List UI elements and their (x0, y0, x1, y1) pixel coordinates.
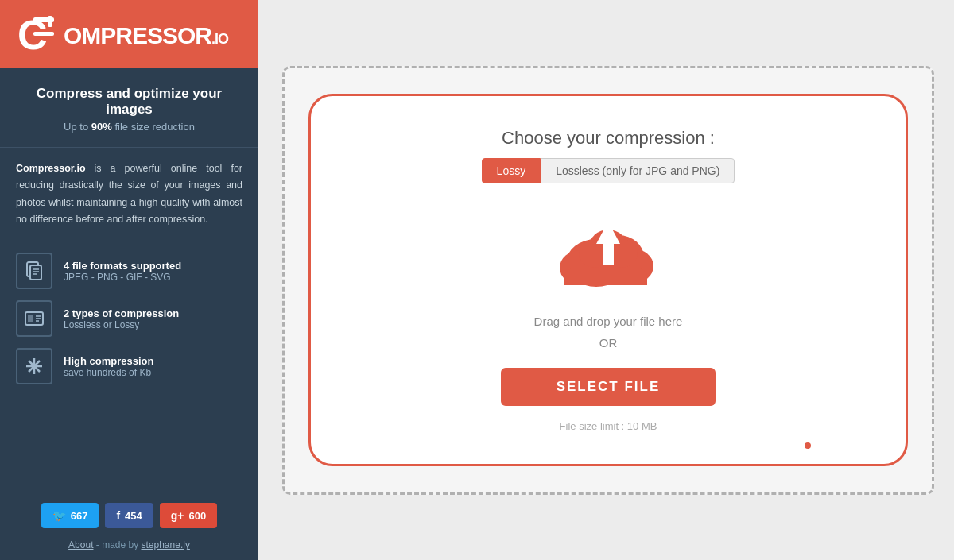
googleplus-count: 600 (189, 510, 207, 522)
tagline-main: Compress and optimize your images (16, 86, 242, 118)
red-dot (805, 442, 811, 449)
twitter-count: 667 (71, 510, 88, 522)
drag-drop-text: Drag and drop your file here OR (534, 311, 683, 353)
features-area: 4 file formats supported JPEG - PNG - GI… (0, 241, 258, 396)
facebook-icon: f (116, 509, 120, 522)
feature-text-compression: 2 types of compression Lossless or Lossy (64, 307, 179, 330)
sidebar: C OMPRESSOR.io Compress and optimize you… (0, 0, 258, 560)
compression-types-icon (16, 300, 52, 337)
svg-rect-10 (28, 315, 33, 322)
drop-zone-outer[interactable]: Choose your compression : Lossy Lossless… (282, 66, 934, 495)
logo-area: C OMPRESSOR.io (0, 0, 258, 68)
author-link[interactable]: stephane.ly (142, 539, 190, 550)
logo-text: OMPRESSOR.io (64, 22, 228, 49)
svg-rect-23 (564, 268, 647, 285)
feature-item-compression-types: 2 types of compression Lossless or Lossy (16, 300, 242, 337)
googleplus-button[interactable]: g+ 600 (160, 503, 217, 528)
facebook-count: 454 (125, 510, 142, 522)
formats-icon (16, 253, 52, 289)
feature-item-formats: 4 file formats supported JPEG - PNG - GI… (16, 253, 242, 289)
svg-rect-5 (30, 265, 41, 280)
social-area: 🐦 667 f 454 g+ 600 (0, 490, 258, 535)
feature-text-formats: 4 file formats supported JPEG - PNG - GI… (64, 260, 181, 283)
lossless-button[interactable]: Lossless (only for JPG and PNG) (541, 158, 735, 183)
svg-rect-2 (48, 16, 52, 27)
tagline-sub: Up to 90% file size reduction (16, 121, 242, 133)
compression-buttons: Lossy Lossless (only for JPG and PNG) (482, 158, 735, 183)
logo-clamp-icon: C (16, 14, 59, 57)
high-compression-icon (16, 348, 52, 384)
facebook-button[interactable]: f 454 (105, 503, 153, 528)
about-link[interactable]: About (68, 539, 93, 550)
description-area: Compressor.io is a powerful online tool … (0, 148, 258, 241)
file-size-limit: File size limit : 10 MB (560, 420, 657, 432)
description-text: Compressor.io is a powerful online tool … (16, 160, 242, 228)
feature-text-high: High compression save hundreds of Kb (64, 355, 153, 378)
compression-choice: Choose your compression : Lossy Lossless… (335, 128, 882, 183)
upload-cloud (556, 206, 660, 296)
twitter-icon: 🐦 (52, 509, 66, 522)
main-content: Choose your compression : Lossy Lossless… (258, 0, 954, 560)
drop-zone-inner[interactable]: Choose your compression : Lossy Lossless… (308, 94, 908, 466)
svg-rect-3 (33, 32, 54, 36)
select-file-button[interactable]: SELECT FILE (501, 368, 716, 406)
twitter-button[interactable]: 🐦 667 (41, 503, 99, 528)
lossy-button[interactable]: Lossy (482, 158, 541, 183)
compression-label: Choose your compression : (502, 128, 715, 149)
tagline-area: Compress and optimize your images Up to … (0, 68, 258, 148)
feature-item-high-compression: High compression save hundreds of Kb (16, 348, 242, 384)
footer-area: About - made by stephane.ly (0, 535, 258, 560)
googleplus-icon: g+ (171, 509, 184, 522)
cloud-upload-icon (556, 206, 660, 293)
